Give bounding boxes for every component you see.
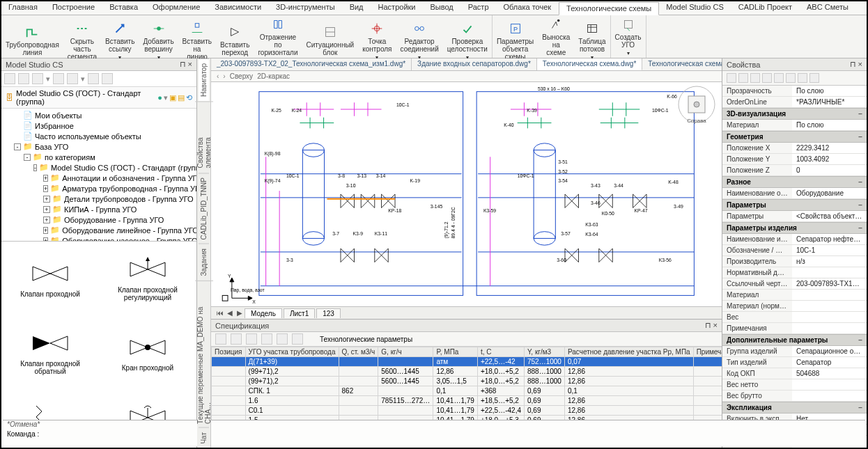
main-tab[interactable]: Настройки <box>371 1 424 15</box>
side-tab[interactable]: Задания <box>199 244 209 281</box>
view-wire[interactable]: 2D-каркас <box>257 72 290 80</box>
tree-node[interactable]: +📁Арматура трубопроводная - Группа УГО <box>43 183 196 194</box>
spec-tool-btn[interactable] <box>246 333 257 345</box>
table-row[interactable]: (99+71),25600…144512,86+18,0…+5,2888…100… <box>212 367 722 377</box>
tree-node[interactable]: +📁КИПиА - Группа УГО <box>43 204 196 214</box>
main-tab[interactable]: CADLib Проект <box>731 1 800 15</box>
doc-tab[interactable]: _203-0097893-TX2_02_Технологическая схем… <box>211 58 412 70</box>
table-row[interactable]: С0.110,41…1,79+22,5…-42,40,6912,86 <box>212 406 722 416</box>
tree-node[interactable]: 📄Часто используемые объекты <box>14 131 196 141</box>
tree-node[interactable]: 📄Мои объекты <box>14 110 196 120</box>
main-tab[interactable]: ABC Сметы <box>800 1 856 15</box>
prop-row[interactable]: Положение X2229.3412 <box>722 143 867 154</box>
prop-tool-btn[interactable] <box>809 73 819 83</box>
main-tab[interactable]: Построение <box>45 1 102 15</box>
tool-btn[interactable] <box>67 73 78 84</box>
prop-row[interactable]: Вес нетто <box>722 379 867 391</box>
prop-tool-btn[interactable] <box>762 73 772 83</box>
nav-fwd[interactable]: › <box>223 72 225 80</box>
refresh-icon[interactable]: ● <box>157 93 162 102</box>
tree-node[interactable]: +📁Оборудование насосное - Группа УГО <box>43 235 196 241</box>
props-close-icon[interactable]: ⊓ × <box>850 60 862 69</box>
tree-root-row[interactable]: 🗄 Model Studio CS (ГОСТ) - Стандарт (гру… <box>1 87 196 109</box>
main-tab[interactable]: Растр <box>461 1 497 15</box>
object-tree[interactable]: 📄Мои объекты📄Избранное📄Часто используемы… <box>1 109 196 241</box>
prop-tool-btn[interactable] <box>774 73 784 83</box>
tree-node[interactable]: -📁База УГО <box>14 141 196 152</box>
tree-node[interactable]: +📁Оборудование линейное - Группа УГО <box>43 225 196 235</box>
prop-section-header[interactable]: Параметры− <box>722 199 867 211</box>
tool-btn[interactable] <box>53 73 64 84</box>
prop-row[interactable]: Нормативный документ <box>722 267 867 278</box>
prop-tool-btn[interactable] <box>750 73 760 83</box>
folder-icon[interactable]: ▣ <box>169 93 176 102</box>
tree-node[interactable]: 📄Избранное <box>14 120 196 131</box>
prop-row[interactable]: Наименование изделияСепаратор нефтегазов… <box>722 234 867 245</box>
main-tab[interactable]: Оформление <box>146 1 208 15</box>
viewcube[interactable]: Справа <box>677 85 716 124</box>
main-tab[interactable]: 3D-инструменты <box>269 1 343 15</box>
prop-row[interactable]: Материал <box>722 290 867 301</box>
prop-section-header[interactable]: Дополнительные параметры− <box>722 334 867 346</box>
prop-row[interactable]: Ссылочный чертеж203-0097893-TX1_03 <box>722 278 867 290</box>
prop-row[interactable]: Вес брутто <box>722 391 867 402</box>
tool-btn[interactable] <box>4 73 15 84</box>
view-top[interactable]: Сверху <box>230 72 253 80</box>
side-tab[interactable]: Текущие переменные MA_DEMO на CHA… <box>195 281 213 428</box>
prop-section-header[interactable]: Геометрия− <box>722 131 867 143</box>
sheet-nav-first[interactable]: ⏮ <box>215 309 225 317</box>
doc-tab[interactable]: Технологическая схема установки.dwg* <box>642 58 722 70</box>
prop-row[interactable]: Положение Z0 <box>722 165 867 176</box>
prop-tool-btn[interactable] <box>798 73 807 83</box>
prop-row[interactable]: Группа изделийСепарационное оборудо… <box>722 346 867 357</box>
side-tab[interactable]: Чат <box>199 427 209 448</box>
open-icon[interactable]: ▤ <box>178 93 185 102</box>
sheet-tab[interactable]: 123 <box>316 308 341 318</box>
prop-row[interactable]: ПрозрачностьПо слою <box>722 86 867 97</box>
symbol-cell[interactable]: Клапан проходной <box>1 242 99 315</box>
spec-tool-btn[interactable] <box>292 333 303 345</box>
prop-section-header[interactable]: Разное− <box>722 176 867 188</box>
cmd-input[interactable] <box>42 430 861 438</box>
tool-btn[interactable] <box>32 73 43 84</box>
tree-node[interactable]: +📁Оборудование - Группа УГО <box>43 214 196 225</box>
tool-btn[interactable] <box>102 73 113 84</box>
prop-section-header[interactable]: Экспликация− <box>722 402 867 413</box>
table-row[interactable]: (99+71),25600…14453,05…1,5+18,0…+5,2888…… <box>212 377 722 386</box>
tree-node[interactable]: +📁Детали трубопроводов - Группа УГО <box>43 194 196 204</box>
spec-tool-btn[interactable] <box>231 333 242 345</box>
prop-row[interactable]: OrderOnLine*РАЗЛИЧНЫЕ* <box>722 97 867 108</box>
main-tab[interactable]: Главная <box>1 1 45 15</box>
nav-back[interactable]: ‹ <box>217 72 219 80</box>
tree-node[interactable]: -📁Model Studio CS (ГОСТ) - Стандарт (гру… <box>33 162 196 173</box>
tool-btn[interactable] <box>88 73 99 84</box>
prop-row[interactable]: Примечания <box>722 323 867 334</box>
prop-row[interactable]: Тип изделийСепаратор <box>722 357 867 368</box>
sheet-tab[interactable]: Лист1 <box>284 308 315 318</box>
prop-row[interactable]: Вес <box>722 312 867 323</box>
spec-tool-btn[interactable] <box>215 333 226 345</box>
pin-icon[interactable]: ⊓ × <box>180 60 192 69</box>
doc-tab[interactable]: Технологическая схема.dwg* <box>537 58 643 70</box>
back-icon[interactable]: ⟲ <box>186 93 192 102</box>
spec-close-icon[interactable]: ⊓ × <box>705 321 718 330</box>
table-row[interactable]: Д(71+39)атм+22,5…-42752…10000,07 <box>212 357 722 367</box>
prop-row[interactable]: Наименование объектаОборудование <box>722 188 867 199</box>
prop-row[interactable]: Параметры<Свойства объекта> <box>722 211 867 222</box>
main-tab[interactable]: Model Studio CS <box>659 1 731 15</box>
prop-row[interactable]: Примечания <box>722 447 867 448</box>
prop-section-header[interactable]: 3D-визуализация− <box>722 108 867 120</box>
table-row[interactable]: СПК. 18620,1+3680,690,1 <box>212 386 722 396</box>
main-tab[interactable]: Технологические схемы <box>559 2 659 15</box>
main-tab[interactable]: Вывод <box>423 1 460 15</box>
prop-row[interactable]: МатериалПо слою <box>722 120 867 131</box>
table-row[interactable]: 1.6785115…272…10,41…1,79+18,5…+5,20,6912… <box>212 396 722 406</box>
prop-row[interactable]: Материал (норматив) <box>722 301 867 312</box>
side-tab[interactable]: Навигатор <box>199 58 209 101</box>
main-tab[interactable]: Вид <box>343 1 371 15</box>
side-tab[interactable]: CADLib_PID_TNNP <box>199 173 209 244</box>
symbol-cell[interactable]: Клапан проходной регулирующий <box>99 242 196 315</box>
drawing-canvas[interactable]: K-25 K-24 10C-1 K(8)-98 K(9)-74 10C-1 3-… <box>211 82 722 306</box>
spec-dropdown[interactable]: Технологические параметры <box>320 336 412 343</box>
ribbon-button[interactable]: СоздатьУГО▾ <box>611 15 646 58</box>
